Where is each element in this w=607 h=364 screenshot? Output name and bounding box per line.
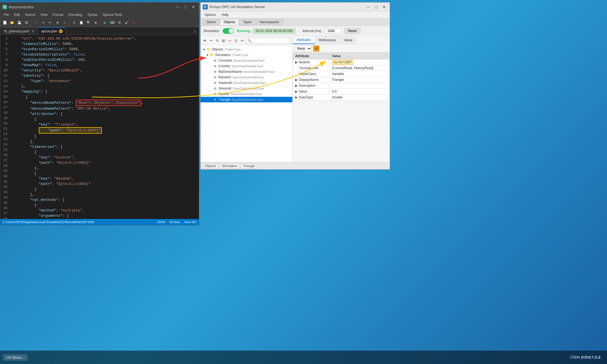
brush-btn[interactable]: 🖌 xyxy=(123,19,130,26)
format-menu[interactable]: Format xyxy=(50,12,66,17)
tree-node-sinusoid[interactable]: ⊕ Sinusoid ::BaseDataVariableType xyxy=(201,86,292,91)
breadcrumb-objects[interactable]: Objects xyxy=(202,163,219,169)
special-tools-menu[interactable]: Special Tools xyxy=(100,12,125,17)
open-btn[interactable]: 📂 xyxy=(9,19,15,26)
file-menu[interactable]: File xyxy=(1,12,11,17)
value-attr-label: Value xyxy=(299,90,307,93)
tree-node-mydevicename[interactable]: ⊕ MyDeviceName ::BaseDataVariableType xyxy=(201,69,292,74)
paste-btn[interactable]: 📋 xyxy=(78,19,85,26)
remove-node-btn[interactable]: − xyxy=(208,37,213,44)
tree-node-counter[interactable]: ⊕ Counter ::BaseDataVariableType xyxy=(201,63,292,69)
cut-btn[interactable]: ✂ xyxy=(32,19,39,26)
copy-btn[interactable]: ⎘ xyxy=(71,19,77,26)
copy-node-btn[interactable]: ⎘ xyxy=(233,37,239,44)
random-label: Random xyxy=(218,75,231,79)
config-btn[interactable]: ⚙ xyxy=(116,19,123,26)
maximize-button[interactable]: □ xyxy=(182,4,189,10)
star2-btn[interactable]: ☆ xyxy=(61,19,68,26)
star-btn[interactable]: ★ xyxy=(54,19,61,26)
interval-input[interactable] xyxy=(325,28,342,34)
tree-node-constant[interactable]: ⊕ Constant ::BaseDataVariableType xyxy=(201,58,292,63)
references-tab[interactable]: References xyxy=(315,36,340,44)
nodeid-expand[interactable]: ▶ xyxy=(295,60,298,64)
help-menu[interactable]: Help xyxy=(219,12,231,17)
objects-tab[interactable]: Objects xyxy=(220,19,239,25)
tab-yaml[interactable]: tb_gateway.yaml ✕ xyxy=(1,27,38,35)
tree-node-simulation[interactable]: ▼ 📁 Simulation ::FolderType xyxy=(201,52,292,58)
opc-close-btn[interactable]: ✕ xyxy=(381,4,387,10)
options-menu[interactable]: Options xyxy=(202,12,219,17)
moba-app-icon: M xyxy=(3,5,7,9)
write-btn[interactable]: ✏ xyxy=(240,37,245,44)
run-btn[interactable]: ▶ xyxy=(102,19,108,26)
triangle-type: ::BaseDataVariableType xyxy=(230,98,263,101)
filter-select[interactable]: Basic All xyxy=(295,45,312,52)
square-icon: ⊕ xyxy=(213,92,217,96)
attr-panel: Attributes References Value Basic All ↺ … xyxy=(293,36,390,162)
sawtooth-type: ::BaseDataVariableType xyxy=(232,81,265,85)
unindent-btn[interactable]: ⇤ xyxy=(47,19,54,26)
code-editor[interactable]: "url": "192.168.86.145:53530/OPCUA/Simul… xyxy=(10,35,199,219)
namespaces-tab[interactable]: Namespaces xyxy=(256,19,283,25)
datatype-row[interactable]: ▶DataType Double xyxy=(293,95,390,100)
displayname-expand[interactable]: ▶ xyxy=(295,78,298,82)
opc-maximize-btn[interactable]: □ xyxy=(373,4,380,10)
value-tab[interactable]: Value xyxy=(340,36,357,44)
tree-node-random[interactable]: ⊕ Random ::BaseDataVariableType xyxy=(201,74,292,80)
displayname-row[interactable]: ▶DisplayName Triangle xyxy=(293,77,390,83)
taskbar: UA Simul... CSDN @情绪大瓜皮、 xyxy=(0,351,607,364)
tree-node-square[interactable]: ⊕ Square ::BaseDataVariableType xyxy=(201,91,292,97)
browse-btn[interactable]: ⊞ xyxy=(221,37,226,44)
description-row[interactable]: ▶Description xyxy=(293,83,390,89)
terminal-btn[interactable]: ⌨ xyxy=(109,19,115,26)
breadcrumb-triangle[interactable]: Triangle xyxy=(240,163,257,169)
opc-body: + − ✎ ⊞ ✂ ⎘ ✏ ▼ 📁 Objects ::FolderType xyxy=(201,36,390,162)
value-expand[interactable]: ▶ xyxy=(295,90,298,93)
tab-arrow-btn[interactable]: ⬇ xyxy=(192,29,198,35)
save-all-btn[interactable]: 🖫 xyxy=(23,19,30,26)
nodeclass-row[interactable]: NodeClass Variable xyxy=(293,71,390,77)
triangle-icon: ✕ xyxy=(213,97,217,102)
close-button[interactable]: ✕ xyxy=(190,4,197,10)
search-menu[interactable]: Search xyxy=(23,12,38,17)
sim-toggle[interactable] xyxy=(223,28,234,34)
add-node-btn[interactable]: + xyxy=(202,37,207,44)
view-menu[interactable]: View xyxy=(38,12,50,17)
replace-btn[interactable]: ⊕ xyxy=(92,19,99,26)
objects-folder-icon: 📁 xyxy=(206,47,211,52)
search-btn[interactable]: 🔍 xyxy=(85,19,92,26)
tree-node-objects[interactable]: ▼ 📁 Objects ::FolderType xyxy=(201,47,292,52)
nodeid-row[interactable]: ▶NodeId ns=3;i=1007 xyxy=(293,59,390,65)
reset-button[interactable]: Reset xyxy=(345,28,360,34)
tab-yaml-close[interactable]: ✕ xyxy=(31,29,35,33)
breadcrumb-simulation[interactable]: Simulation xyxy=(219,163,240,169)
tab-json[interactable]: opcua.json ✕ xyxy=(38,27,66,35)
opc-minimize-btn[interactable]: ─ xyxy=(365,4,372,10)
taskbar-ua-item[interactable]: UA Simul... xyxy=(3,354,27,361)
tree-node-sawtooth[interactable]: ⊕ Sawtooth ::BaseDataVariableType xyxy=(201,80,292,86)
encoding-menu[interactable]: Encoding xyxy=(66,12,85,17)
tab-json-close[interactable]: ✕ xyxy=(59,29,63,33)
new-file-btn[interactable]: 📄 xyxy=(1,19,8,26)
minimize-button[interactable]: ─ xyxy=(174,4,181,10)
attributes-tab[interactable]: Attributes xyxy=(293,36,315,44)
tree-toolbar: + − ✎ ⊞ ✂ ⎘ ✏ xyxy=(201,36,292,45)
accesslevel-row[interactable]: AccessLevel [CurrentRead, HistoryRead] xyxy=(293,65,390,71)
attr-refresh-btn[interactable]: ↺ xyxy=(313,45,319,52)
interval-label: Interval (ms): xyxy=(303,29,322,33)
edit-node-btn[interactable]: ✎ xyxy=(215,37,220,44)
description-expand[interactable]: ▶ xyxy=(295,84,298,88)
status-tab[interactable]: Status xyxy=(203,19,220,25)
datatype-expand[interactable]: ▶ xyxy=(295,95,298,99)
tree-node-triangle[interactable]: ✕ Triangle ::BaseDataVariableType xyxy=(201,97,292,102)
edit-menu[interactable]: Edit xyxy=(12,12,22,17)
indent-btn[interactable]: ⇥ xyxy=(40,19,46,26)
datatype-value: Double xyxy=(332,95,343,99)
tree-search-input[interactable] xyxy=(246,38,291,44)
save-btn[interactable]: 💾 xyxy=(16,19,23,26)
cut-node-btn[interactable]: ✂ xyxy=(227,37,232,44)
types-tab[interactable]: Types xyxy=(239,19,256,25)
syntax-menu[interactable]: Syntax xyxy=(85,12,100,17)
close-x-btn[interactable]: ✕ xyxy=(131,19,137,26)
value-row[interactable]: ▶Value 0.0 xyxy=(293,89,390,95)
